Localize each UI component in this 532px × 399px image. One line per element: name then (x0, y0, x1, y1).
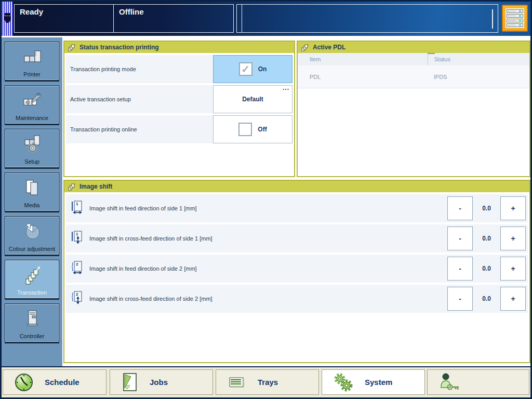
setting-label: Transaction printing mode (70, 66, 136, 72)
image-shift-label: Image shift in cross-feed direction of s… (89, 296, 212, 302)
pdl-table-row[interactable]: PDL IPDS (298, 65, 529, 88)
increment-button[interactable]: + (500, 196, 526, 220)
ellipsis-icon: ... (283, 84, 289, 91)
pdl-table-header: Item Status (298, 53, 529, 65)
pdl-item-cell: PDL (298, 74, 428, 80)
pdl-status-cell: IPDS (428, 65, 529, 88)
tab-schedule[interactable]: Schedule (3, 369, 107, 395)
svg-text:1: 1 (76, 232, 78, 236)
shift-value: 0.0 (473, 265, 500, 272)
sidebar-item-maintenance[interactable]: 437 Maintenance (5, 85, 59, 125)
decrement-button[interactable]: - (447, 196, 473, 220)
sidebar-item-label: Colour adjustment (9, 246, 55, 252)
panel-header: Status transaction printing (64, 42, 294, 53)
top-status-bar: Ready Offline (2, 2, 530, 36)
sidebar-item-controller[interactable]: Controller (5, 303, 59, 343)
decrement-button[interactable]: - (447, 227, 473, 250)
setting-row-transaction-printing-online: Transaction printing online Off (66, 115, 292, 143)
brand-stripe-pole (2, 2, 13, 36)
svg-text:2: 2 (76, 262, 78, 267)
setting-row-active-transaction-setup: Active transaction setup ... Default (66, 85, 292, 113)
image-shift-row: 2 Image shift in feed direction of side … (66, 255, 528, 283)
media-sheets-icon (5, 178, 59, 198)
stepper: - 0.0 + (447, 227, 526, 250)
sidebar-item-printer[interactable]: Printer (5, 42, 59, 82)
status-transaction-printing-panel: Status transaction printing Transaction … (63, 41, 295, 177)
svg-text:1: 1 (76, 202, 78, 206)
clock-icon (14, 372, 34, 393)
tab-label: Jobs (150, 378, 168, 387)
bottom-bar-strip: Schedule Jobs (2, 367, 530, 397)
sidebar-item-setup[interactable]: Setup (5, 129, 59, 169)
cascading-pages-icon (68, 44, 76, 51)
transaction-printing-online-toggle[interactable]: Off (213, 115, 292, 143)
tab-trays[interactable]: Trays (216, 369, 319, 395)
image-shift-row: 2 Image shift in cross-feed direction of… (66, 285, 528, 313)
main-area: Printer 437 Maintenance (2, 36, 530, 367)
tab-operator-login[interactable] (427, 369, 529, 395)
setting-label: Active transaction setup (70, 96, 131, 102)
trays-icon (227, 374, 247, 391)
shift-value: 0.0 (473, 205, 500, 212)
shift-value: 0.0 (473, 295, 500, 302)
connection-status-text: Offline (119, 7, 144, 16)
image-shift-row: 1 Image shift in feed direction of side … (66, 194, 528, 222)
sidebar-item-label: Maintenance (16, 115, 48, 121)
maintenance-counter-wrench-icon: 437 (5, 91, 59, 111)
transaction-printing-mode-toggle[interactable]: ✓ On (213, 55, 292, 83)
panel-title: Active PDL (313, 44, 345, 51)
panel-header: Active PDL (298, 42, 529, 53)
trays-stack-icon (505, 8, 525, 29)
controller-tower-icon (5, 309, 59, 329)
svg-text:2: 2 (76, 292, 78, 297)
operator-key-icon (438, 372, 461, 393)
increment-button[interactable]: + (500, 287, 526, 311)
image-shift-row: 1 Image shift in cross-feed direction of… (66, 224, 528, 252)
tab-jobs[interactable]: Jobs (110, 369, 213, 395)
tab-label: System (365, 378, 392, 387)
column-header-item: Item (298, 56, 428, 62)
topbar-message-box (242, 4, 498, 33)
tab-system[interactable]: System (322, 369, 425, 395)
setup-value-label: Default (242, 96, 263, 103)
active-transaction-setup-button[interactable]: ... Default (213, 85, 292, 113)
printer-status-box: Ready (14, 4, 114, 33)
sidebar-item-transaction[interactable]: Transaction (5, 260, 59, 300)
toggle-state-label: Off (258, 126, 267, 133)
transaction-pages-icon (5, 265, 59, 286)
printer-status-text: Ready (20, 7, 43, 16)
setting-row-transaction-printing-mode: Transaction printing mode ✓ On (66, 55, 292, 83)
page-feed-arrow-side1-icon: 1 (71, 200, 84, 217)
panel-header: Image shift (64, 181, 529, 192)
system-gears-icon (332, 371, 354, 393)
toggle-state-label: On (258, 65, 267, 73)
sidebar-item-label: Transaction (17, 289, 47, 296)
cascading-pages-icon (301, 44, 309, 51)
sidebar-item-media[interactable]: Media (5, 172, 59, 212)
stepper: - 0.0 + (447, 287, 526, 311)
bottom-tab-bar: Schedule Jobs (0, 366, 532, 399)
sidebar-item-colour-adjustment[interactable]: Colour adjustment (5, 216, 59, 256)
decrement-button[interactable]: - (447, 257, 473, 281)
stepper: - 0.0 + (447, 257, 526, 281)
stepper: - 0.0 + (447, 196, 526, 220)
checkbox-unchecked-icon (238, 123, 252, 136)
image-shift-label: Image shift in cross-feed direction of s… (89, 235, 212, 242)
topbar-tick-mark (492, 9, 493, 29)
page-feed-arrow-side2-icon: 2 (71, 260, 84, 277)
cascading-pages-icon (68, 183, 76, 191)
tray-status-button[interactable] (502, 5, 528, 32)
decrement-button[interactable]: - (447, 287, 473, 311)
increment-button[interactable]: + (500, 257, 526, 281)
plug-icon (4, 12, 11, 25)
image-shift-label: Image shift in feed direction of side 1 … (89, 205, 197, 211)
panel-title: Status transaction printing (79, 44, 159, 51)
tab-label: Schedule (45, 378, 79, 387)
shift-value: 0.0 (473, 235, 500, 242)
left-sidebar: Printer 437 Maintenance (2, 37, 62, 367)
image-shift-label: Image shift in feed direction of side 2 … (89, 265, 197, 272)
panel-title: Image shift (79, 183, 112, 190)
image-shift-panel: Image shift 1 Image shift in feed direct… (63, 180, 530, 363)
sidebar-item-label: Media (24, 202, 40, 208)
increment-button[interactable]: + (500, 227, 526, 250)
